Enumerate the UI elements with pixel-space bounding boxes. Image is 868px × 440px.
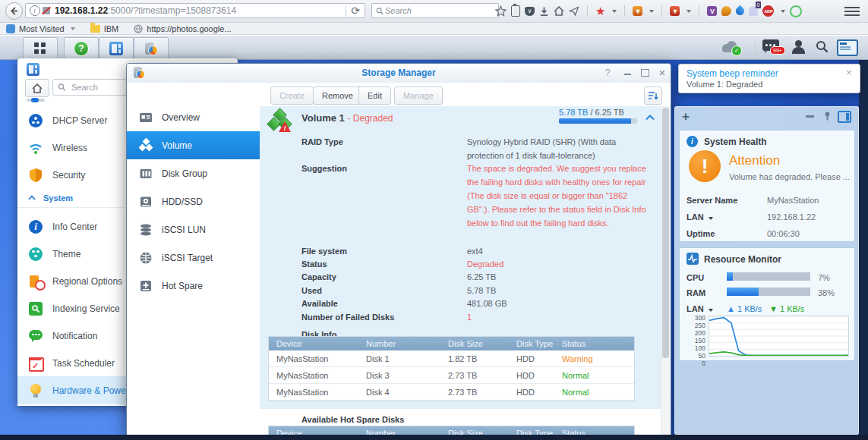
pocket-icon[interactable]: ∨ <box>525 5 535 17</box>
collapse-panel-icon[interactable] <box>838 111 851 123</box>
toast-close-icon[interactable]: × <box>846 67 852 78</box>
download-arrow-icon: ▼ <box>769 304 778 313</box>
user-icon[interactable] <box>791 39 806 55</box>
disk-table-header[interactable]: Device Number Disk Size Disk Type Status <box>269 337 634 350</box>
pin-icon[interactable] <box>822 111 832 124</box>
notification-toast[interactable]: System beep reminder Volume 1: Degraded … <box>678 64 860 93</box>
water-drop-icon[interactable] <box>736 5 744 17</box>
hardware-power-icon <box>28 383 43 398</box>
home-icon[interactable] <box>554 5 564 17</box>
main-menu-button[interactable] <box>23 37 58 59</box>
volume-cubes-icon <box>139 139 153 152</box>
lan-label[interactable]: LAN <box>687 212 713 222</box>
video-downloader-icon[interactable]: ▼ <box>633 5 642 17</box>
sort-button[interactable] <box>644 86 662 105</box>
volume-card[interactable]: ! Volume 1 - Degraded 5.78 TB / 6.25 TB … <box>260 106 661 409</box>
window-help-button[interactable]: ? <box>601 67 614 79</box>
dsm-search-icon[interactable] <box>816 40 829 55</box>
adblock-plus-icon[interactable]: ABP <box>762 5 774 17</box>
storage-manager-taskbar-button[interactable] <box>134 37 169 59</box>
site-info-icon[interactable]: i <box>29 5 40 17</box>
col-device[interactable]: Device <box>269 339 366 348</box>
menu-icon[interactable] <box>844 5 860 18</box>
iscsi-lun-icon <box>139 223 153 237</box>
download-helper-caret[interactable] <box>687 10 691 13</box>
col-status[interactable]: Status <box>562 339 630 348</box>
sm-tab-overview[interactable]: Overview <box>127 103 260 131</box>
resource-monitor-widget[interactable]: Resource Monitor CPU 7% RAM 38% LAN ▲ 1 … <box>679 247 855 361</box>
control-panel-taskbar-button[interactable] <box>99 37 134 59</box>
remove-button[interactable]: Remove <box>313 86 362 105</box>
disk-info-table[interactable]: Device Number Disk Size Disk Type Status… <box>268 336 635 401</box>
sm-tab-volume[interactable]: Volume <box>127 131 260 159</box>
bookmark-photos[interactable]: https://photos.google... <box>134 24 231 33</box>
widgets-panel-icon[interactable] <box>837 39 858 56</box>
sm-tab-iscsi-lun[interactable]: iSCSI LUN <box>127 215 260 244</box>
addon-flame-icon[interactable] <box>721 5 731 17</box>
detail-row-file-system: File systemext4 <box>301 244 651 258</box>
window-close-button[interactable]: × <box>655 67 669 79</box>
sm-toolbar: Create Remove Edit Manage <box>260 83 671 106</box>
detail-row-available: Available481.08 GB <box>301 297 651 310</box>
star-addon-icon[interactable]: ★ <box>595 5 605 17</box>
col-disk-size[interactable]: Disk Size <box>448 339 516 348</box>
adblock-plus-caret[interactable] <box>781 10 785 13</box>
send-tab-icon[interactable] <box>569 5 579 17</box>
widget-title: Resource Monitor <box>704 254 781 265</box>
plugin-blocked-icon[interactable] <box>40 5 52 17</box>
status-badge: Normal <box>562 371 630 380</box>
uptime-label: Uptime <box>687 229 715 238</box>
browser-actions: ∨ ★ ▼ ▼ V 0 ABP <box>495 2 802 20</box>
system-health-widget[interactable]: i System Health ! Attention Volume has d… <box>679 130 855 242</box>
browser-search-input[interactable] <box>383 5 494 16</box>
globe-icon <box>134 24 143 33</box>
browser-search-box[interactable] <box>371 3 499 18</box>
scrollbar-thumb[interactable] <box>662 108 669 358</box>
cp-home-slider[interactable] <box>27 99 45 102</box>
cloud-sync-icon[interactable]: ✓ <box>720 39 743 55</box>
collapse-chevron-icon[interactable] <box>645 112 655 123</box>
bookmark-folder-ibm[interactable]: IBM <box>90 24 119 33</box>
col-disk-type[interactable]: Disk Type <box>516 339 562 348</box>
col-number[interactable]: Number <box>366 339 448 348</box>
edit-button[interactable]: Edit <box>358 86 391 105</box>
window-minimize-button[interactable] <box>620 67 634 79</box>
notification-icon <box>28 328 43 344</box>
bookmark-star-icon[interactable] <box>495 5 507 17</box>
bookmark-most-visited[interactable]: Most Visited <box>6 24 75 33</box>
star-addon-caret[interactable] <box>612 10 617 13</box>
help-button[interactable]: ? <box>64 37 99 59</box>
ghost-addon-icon[interactable]: 0 <box>749 5 758 17</box>
hot-spare-label: Available Hot Spare Disks <box>301 415 404 424</box>
create-button[interactable]: Create <box>270 86 314 105</box>
help-icon: ? <box>74 41 89 56</box>
ram-value: 38% <box>818 288 835 297</box>
notifications-chat-icon[interactable]: 99+ <box>762 39 782 55</box>
back-button[interactable] <box>5 2 23 20</box>
window-maximize-button[interactable] <box>638 67 652 79</box>
video-downloader-caret[interactable] <box>649 10 654 13</box>
status-badge: Warning <box>562 354 630 363</box>
table-row[interactable]: MyNasStationDisk 11.82 TBHDDWarning <box>269 350 634 367</box>
addon-v-icon[interactable]: V <box>707 5 717 17</box>
sm-tab-disk-group[interactable]: Disk Group <box>127 159 260 187</box>
privacy-ring-icon[interactable] <box>790 5 802 17</box>
browser-nav-toolbar: i 192.168.1.22:5000/?timestamp=150887361… <box>0 0 868 23</box>
lan-selector[interactable]: LAN <box>687 304 713 313</box>
volume-name: Volume 1 - Degraded <box>301 112 393 124</box>
sm-title-bar[interactable]: Storage Manager ? × <box>127 64 671 83</box>
reload-icon[interactable]: ⟳ <box>349 5 361 17</box>
sm-tab-hdd-ssd[interactable]: HDD/SSD <box>127 187 260 215</box>
sm-tab-hot-spare[interactable]: Hot Spare <box>127 272 260 300</box>
table-row[interactable]: MyNasStationDisk 32.73 TBHDDNormal <box>269 367 634 384</box>
manage-button[interactable]: Manage <box>394 86 443 105</box>
table-row[interactable]: MyNasStationDisk 42.73 TBHDDNormal <box>269 384 634 401</box>
sm-tab-iscsi-target[interactable]: iSCSI Target <box>127 244 260 272</box>
download-helper-icon[interactable]: ▼ <box>670 5 680 17</box>
cp-home-button[interactable] <box>25 79 49 97</box>
add-widget-icon[interactable]: + <box>682 109 690 124</box>
minimize-widgets-icon[interactable] <box>806 115 814 118</box>
reader-clipboard-icon[interactable] <box>511 5 520 17</box>
downloads-icon[interactable] <box>539 5 549 17</box>
url-bar[interactable]: i 192.168.1.22:5000/?timestamp=150887361… <box>25 3 365 18</box>
